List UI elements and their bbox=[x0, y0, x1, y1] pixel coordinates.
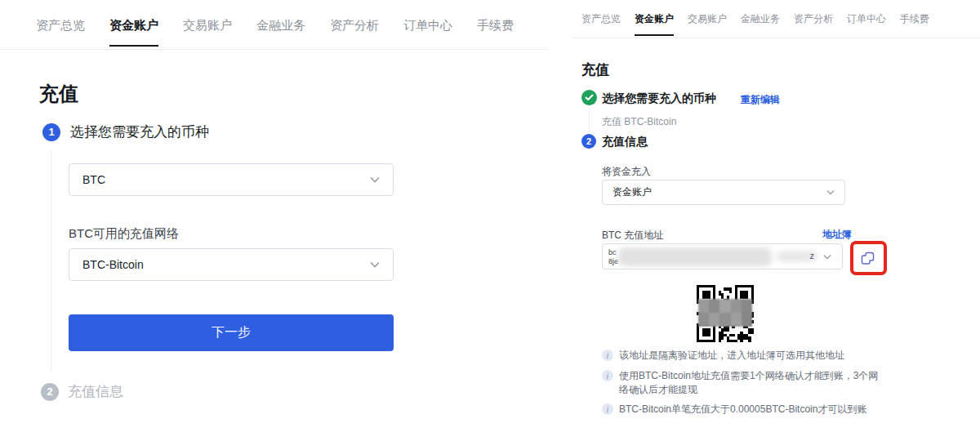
nav-tab-funding-account[interactable]: 资金账户 bbox=[635, 12, 674, 36]
step-2-label: 充值信息 bbox=[602, 135, 648, 149]
deposit-panel-main: 资产总览 资金账户 交易账户 金融业务 资产分析 订单中心 手续费 充值 1 选… bbox=[0, 0, 550, 432]
nav-tab-trading-account[interactable]: 交易账户 bbox=[688, 12, 727, 36]
chevron-down-icon bbox=[370, 176, 380, 183]
network-select[interactable]: BTC-Bitcoin bbox=[69, 248, 394, 281]
note-text: 使用BTC-Bitcoin地址充值需要1个网络确认才能到账，3个网络确认后才能提… bbox=[619, 369, 882, 397]
re-edit-link[interactable]: 重新编辑 bbox=[741, 93, 780, 107]
deposit-panel-step2: 资产总览 资金账户 交易账户 金融业务 资产分析 订单中心 手续费 充值 选择您… bbox=[572, 0, 980, 432]
nav-tab-asset-analysis[interactable]: 资产分析 bbox=[794, 12, 833, 36]
deposit-address-label: BTC 充值地址 bbox=[602, 229, 663, 243]
address-redaction-blur bbox=[618, 247, 772, 266]
step-1-header: 1 选择您需要充入的币种 bbox=[42, 122, 209, 141]
step-2-badge: 2 bbox=[41, 383, 59, 401]
nav-tab-trading-account[interactable]: 交易账户 bbox=[183, 18, 232, 47]
info-icon: i bbox=[602, 403, 613, 415]
account-select-value: 资金账户 bbox=[612, 185, 652, 199]
step-connector-line bbox=[51, 150, 51, 372]
info-icon: i bbox=[602, 370, 613, 381]
note-text: 该地址是隔离验证地址，进入地址簿可选用其他地址 bbox=[619, 349, 882, 363]
nav-tab-funding-account[interactable]: 资金账户 bbox=[109, 18, 158, 47]
chevron-down-icon bbox=[823, 254, 831, 260]
step-connector-line bbox=[589, 109, 590, 131]
note-item: i 该地址是隔离验证地址，进入地址簿可选用其他地址 bbox=[602, 349, 882, 363]
nav-tab-order-center[interactable]: 订单中心 bbox=[847, 12, 886, 36]
account-select[interactable]: 资金账户 bbox=[602, 180, 845, 205]
step-1-summary: 充值 BTC-Bitcoin bbox=[602, 115, 676, 129]
chevron-down-icon bbox=[826, 189, 835, 195]
coin-select-value: BTC bbox=[82, 173, 105, 186]
next-step-button[interactable]: 下一步 bbox=[69, 314, 394, 351]
funds-to-label: 将资金充入 bbox=[602, 165, 651, 179]
address-book-link[interactable]: 地址簿 bbox=[822, 228, 852, 242]
nav-tab-fees[interactable]: 手续费 bbox=[900, 12, 929, 36]
deposit-page: 资产总览 资金账户 交易账户 金融业务 资产分析 订单中心 手续费 充值 1 选… bbox=[0, 0, 980, 432]
nav-tab-financial-services[interactable]: 金融业务 bbox=[741, 12, 780, 36]
note-text: BTC-Bitcoin单笔充值大于0.00005BTC-Bitcoin才可以到账 bbox=[619, 403, 882, 416]
note-item: i 使用BTC-Bitcoin地址充值需要1个网络确认才能到账，3个网络确认后才… bbox=[602, 369, 882, 397]
network-label: BTC可用的充值网络 bbox=[69, 226, 179, 242]
step-2-label: 充值信息 bbox=[68, 382, 123, 401]
step-1-label: 选择您需要充入的币种 bbox=[602, 91, 716, 106]
nav-tab-asset-overview[interactable]: 资产总览 bbox=[581, 12, 621, 36]
check-icon bbox=[581, 90, 597, 105]
note-item: i BTC-Bitcoin单笔充值大于0.00005BTC-Bitcoin才可以… bbox=[602, 403, 882, 416]
step-2-header: 2 充值信息 bbox=[41, 382, 123, 401]
nav-tab-asset-analysis[interactable]: 资产分析 bbox=[330, 18, 379, 47]
address-text-tail: z bbox=[810, 251, 815, 261]
account-nav-small: 资产总览 资金账户 交易账户 金融业务 资产分析 订单中心 手续费 bbox=[572, 0, 980, 38]
page-title: 充值 bbox=[39, 81, 78, 107]
deposit-address-field[interactable]: bc 8je z bbox=[602, 243, 843, 269]
info-icon: i bbox=[602, 350, 613, 361]
nav-tab-financial-services[interactable]: 金融业务 bbox=[256, 18, 305, 47]
qr-redaction-blur bbox=[698, 299, 752, 327]
network-select-value: BTC-Bitcoin bbox=[82, 258, 144, 271]
nav-tab-asset-overview[interactable]: 资产总览 bbox=[36, 18, 85, 47]
step-1-badge: 1 bbox=[42, 123, 60, 141]
address-text: bc 8je bbox=[608, 248, 618, 266]
nav-tab-fees[interactable]: 手续费 bbox=[477, 18, 514, 47]
account-nav: 资产总览 资金账户 交易账户 金融业务 资产分析 订单中心 手续费 bbox=[0, 0, 550, 50]
chevron-down-icon bbox=[370, 261, 380, 268]
step-2-badge: 2 bbox=[581, 134, 596, 149]
page-title: 充值 bbox=[581, 60, 609, 79]
step-1-label: 选择您需要充入的币种 bbox=[70, 122, 209, 141]
coin-select[interactable]: BTC bbox=[69, 163, 394, 196]
nav-tab-order-center[interactable]: 订单中心 bbox=[403, 18, 452, 47]
copy-highlight-annotation-box bbox=[850, 241, 887, 275]
